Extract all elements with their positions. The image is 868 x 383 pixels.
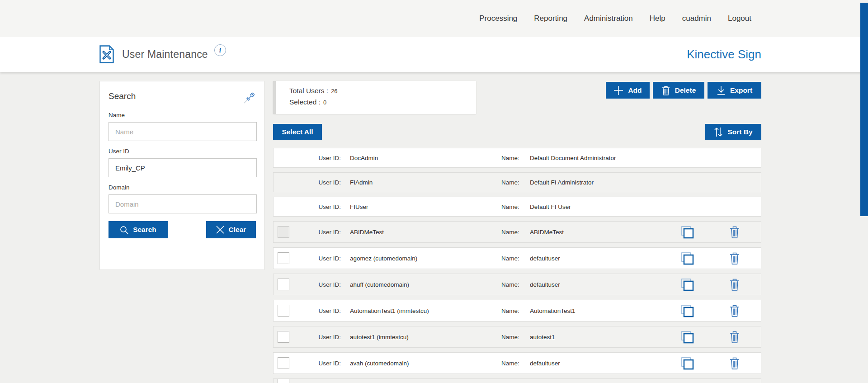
user-id-value: agomez (cutomedomain) bbox=[350, 255, 501, 262]
copy-icon bbox=[680, 330, 694, 344]
delete-user-button[interactable] bbox=[729, 357, 740, 369]
nav-item[interactable]: cuadmin bbox=[682, 14, 711, 23]
search-panel: Search Name User ID Domain bbox=[99, 81, 264, 270]
copy-user-button[interactable] bbox=[680, 278, 694, 291]
table-row: User ID: ahuff (cutomedomain) Name: defa… bbox=[273, 274, 761, 295]
user-id-input[interactable] bbox=[108, 158, 257, 177]
header-left: User Maintenance i bbox=[99, 37, 226, 72]
clear-button[interactable]: Clear bbox=[206, 221, 256, 238]
search-icon bbox=[120, 226, 128, 234]
table-row: User ID: agomez (cutomedomain) Name: def… bbox=[273, 247, 761, 269]
total-users-value: 26 bbox=[331, 88, 337, 95]
row-checkbox[interactable] bbox=[278, 252, 289, 264]
user-id-column-label: User ID: bbox=[289, 179, 341, 186]
copy-user-button[interactable] bbox=[680, 330, 694, 344]
row-checkbox[interactable] bbox=[278, 279, 289, 290]
copy-icon bbox=[680, 251, 694, 265]
delete-user-button[interactable] bbox=[729, 331, 740, 343]
table-row: User ID: DocAdmin Name: Default Document… bbox=[273, 148, 761, 168]
selected-value: 0 bbox=[323, 99, 326, 106]
page-scrollbar-thumb[interactable] bbox=[860, 3, 868, 216]
table-row: User ID: FIAdmin Name: Default FI Admini… bbox=[273, 172, 761, 192]
nav-item[interactable]: Reporting bbox=[534, 14, 567, 23]
table-row: User ID: AutomationTest1 (immtestcu) Nam… bbox=[273, 300, 761, 322]
select-all-button[interactable]: Select All bbox=[273, 124, 322, 140]
row-checkbox[interactable] bbox=[278, 226, 289, 238]
trash-icon bbox=[729, 331, 740, 343]
clear-x-icon bbox=[216, 226, 224, 234]
user-id-column-label: User ID: bbox=[289, 203, 341, 210]
trash-icon bbox=[729, 357, 740, 369]
table-row: User ID: FIUser Name: Default FI User bbox=[273, 197, 761, 217]
name-column-label: Name: bbox=[501, 179, 520, 186]
row-checkbox[interactable] bbox=[278, 305, 289, 317]
user-list: User ID: DocAdmin Name: Default Document… bbox=[273, 148, 761, 374]
copy-icon bbox=[680, 304, 694, 317]
user-id-column-label: User ID: bbox=[289, 255, 341, 262]
name-value: ABIDMeTest bbox=[530, 229, 680, 236]
copy-user-button[interactable] bbox=[680, 251, 694, 265]
add-button-label: Add bbox=[628, 86, 642, 95]
copy-user-button[interactable] bbox=[680, 225, 694, 239]
name-column-label: Name: bbox=[501, 229, 520, 236]
table-row: User ID: autotest1 (immtestcu) Name: aut… bbox=[273, 326, 761, 348]
export-button[interactable]: Export bbox=[708, 82, 761, 99]
pin-icon[interactable] bbox=[242, 91, 256, 105]
name-value: defaultuser bbox=[530, 281, 680, 288]
search-button-label: Search bbox=[133, 226, 156, 234]
user-id-field-group: User ID bbox=[108, 148, 256, 177]
delete-user-button[interactable] bbox=[729, 304, 740, 317]
sort-arrows-icon bbox=[714, 127, 723, 137]
brand-title: Kinective Sign bbox=[687, 37, 761, 72]
summary-box: Total Users : 26 Selected : 0 bbox=[273, 81, 476, 114]
delete-button[interactable]: Delete bbox=[653, 82, 704, 99]
user-id-column-label: User ID: bbox=[289, 307, 341, 314]
clear-button-label: Clear bbox=[229, 226, 246, 234]
delete-user-button[interactable] bbox=[729, 278, 740, 291]
download-icon bbox=[717, 85, 726, 95]
trash-icon bbox=[729, 226, 740, 238]
user-id-column-label: User ID: bbox=[289, 334, 341, 340]
copy-user-button[interactable] bbox=[680, 356, 694, 370]
user-maintenance-page: Processing Reporting Administration Help… bbox=[0, 0, 868, 383]
copy-icon bbox=[680, 225, 694, 239]
page-scrollbar-track[interactable] bbox=[860, 0, 868, 383]
sort-by-button[interactable]: Sort By bbox=[705, 124, 761, 140]
name-value: defaultuser bbox=[530, 255, 680, 262]
nav-item[interactable]: Help bbox=[650, 14, 665, 23]
user-id-column-label: User ID: bbox=[289, 360, 341, 367]
name-value: autotest1 bbox=[530, 334, 680, 340]
plus-icon bbox=[613, 85, 623, 95]
selected-label: Selected : bbox=[289, 98, 321, 106]
user-id-value: FIAdmin bbox=[350, 179, 501, 186]
add-button[interactable]: Add bbox=[606, 82, 650, 99]
name-column-label: Name: bbox=[501, 360, 520, 367]
select-all-label: Select All bbox=[282, 128, 313, 136]
main-content: Total Users : 26 Selected : 0 Add bbox=[273, 81, 761, 383]
nav-item[interactable]: Administration bbox=[584, 14, 633, 23]
user-id-value: ahuff (cutomedomain) bbox=[350, 281, 501, 288]
name-field-label: Name bbox=[108, 112, 256, 118]
trash-icon bbox=[729, 304, 740, 317]
document-tools-icon bbox=[99, 45, 114, 63]
row-checkbox[interactable] bbox=[278, 331, 289, 343]
user-id-value: avah (cutomedomain) bbox=[350, 360, 501, 367]
name-input[interactable] bbox=[108, 122, 257, 141]
search-button[interactable]: Search bbox=[108, 221, 168, 238]
delete-user-button[interactable] bbox=[729, 226, 740, 238]
name-column-label: Name: bbox=[501, 155, 520, 161]
delete-user-button[interactable] bbox=[729, 252, 740, 265]
export-button-label: Export bbox=[730, 86, 752, 95]
name-column-label: Name: bbox=[501, 203, 520, 210]
nav-item[interactable]: Logout bbox=[728, 14, 751, 23]
nav-item[interactable]: Processing bbox=[479, 14, 517, 23]
row-checkbox[interactable] bbox=[278, 378, 289, 383]
name-value: Default FI Administrator bbox=[530, 179, 680, 186]
sort-by-label: Sort By bbox=[727, 128, 752, 136]
row-checkbox[interactable] bbox=[278, 357, 289, 369]
info-icon[interactable]: i bbox=[214, 44, 226, 56]
user-id-value: ABIDMeTest bbox=[350, 229, 501, 236]
name-column-label: Name: bbox=[501, 281, 520, 288]
domain-input[interactable] bbox=[108, 194, 257, 213]
copy-user-button[interactable] bbox=[680, 304, 694, 317]
